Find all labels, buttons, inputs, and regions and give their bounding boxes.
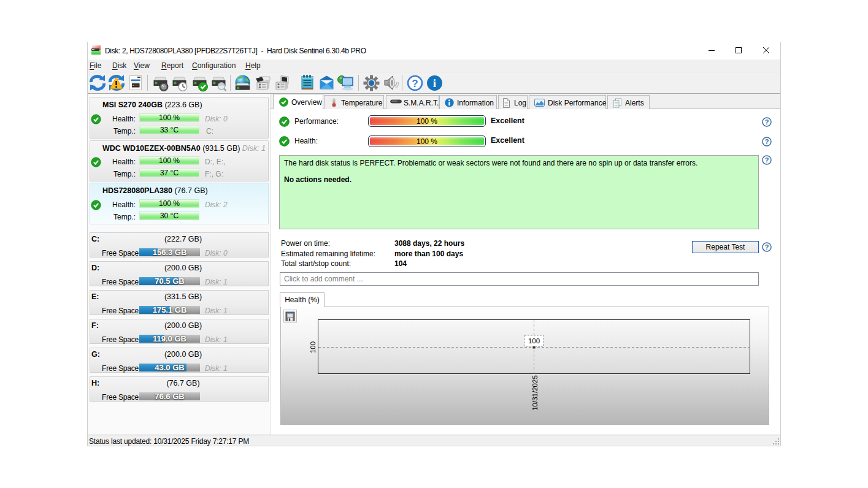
svg-text:i: i bbox=[433, 77, 436, 90]
svg-text:?: ? bbox=[765, 138, 769, 145]
svg-text:?: ? bbox=[765, 118, 769, 126]
svg-text:10/31/2025: 10/31/2025 bbox=[531, 375, 539, 411]
svg-text:100: 100 bbox=[528, 337, 540, 345]
svg-text:?: ? bbox=[765, 243, 769, 251]
svg-text:100: 100 bbox=[309, 341, 317, 353]
svg-text:?: ? bbox=[412, 78, 418, 90]
svg-text:?: ? bbox=[765, 156, 769, 164]
